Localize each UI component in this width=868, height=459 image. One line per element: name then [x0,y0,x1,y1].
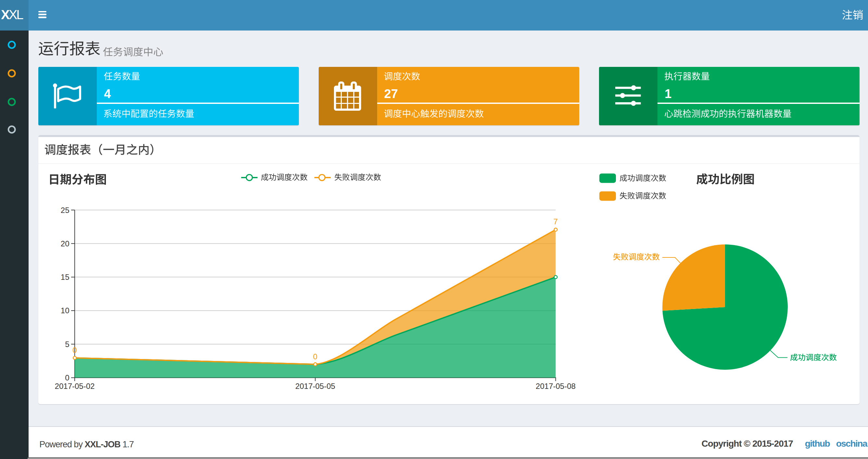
svg-text:5: 5 [65,339,69,348]
svg-text:10: 10 [61,306,69,315]
svg-text:0: 0 [65,373,69,382]
svg-text:20: 20 [61,239,69,248]
svg-text:15: 15 [61,273,69,282]
svg-text:2017-05-02: 2017-05-02 [55,382,95,390]
svg-text:2017-05-08: 2017-05-08 [536,382,576,390]
svg-text:2017-05-05: 2017-05-05 [295,382,335,390]
svg-text:7: 7 [554,217,558,226]
svg-text:25: 25 [61,205,69,214]
svg-text:0: 0 [313,352,317,361]
svg-text:0: 0 [72,346,77,354]
